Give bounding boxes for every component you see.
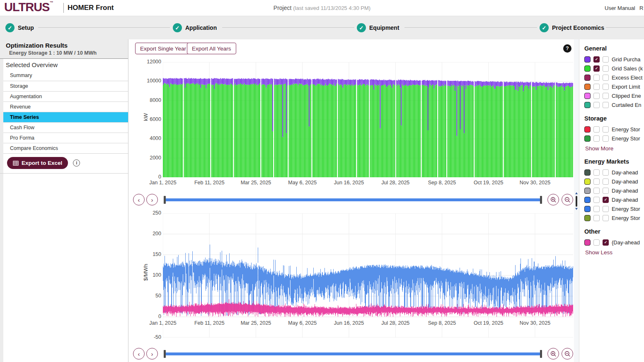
zoom-out-button[interactable] [562,194,573,205]
top-chart-checkbox[interactable] [593,239,600,246]
export-row: Export to Excel i [0,153,128,174]
legend-row: Day-ahead [584,177,644,186]
pan-left-button[interactable]: ‹ [133,194,145,205]
bottom-chart-checkbox[interactable] [603,215,609,221]
range-slider-track[interactable] [165,352,541,355]
y-axis-tick-label: 8000 [141,97,161,103]
bottom-chart-checkbox[interactable] [603,56,609,63]
x-axis-tick-label: Jul 28, 2025 [375,320,415,326]
legend-section-title: Other [584,228,644,235]
zoom-in-button[interactable] [547,348,559,360]
bottom-chart-checkbox[interactable] [603,206,609,212]
top-chart-checkbox[interactable] [593,215,600,221]
legend-row: Clipped Ene [584,91,644,100]
bottom-chart-checkbox[interactable] [603,65,609,72]
range-slider-right-handle[interactable] [540,350,542,358]
bottom-chart-checkbox[interactable] [603,84,609,90]
bottom-chart-checkbox[interactable] [603,126,609,133]
price-line-plot[interactable] [163,213,573,338]
step-equipment[interactable]: ✓ Equipment [357,23,399,32]
color-swatch [584,126,591,133]
sidebar-item-compare-economics[interactable]: Compare Economics [3,143,128,154]
sidebar-item-cash-flow[interactable]: Cash Flow [3,122,128,133]
zoom-in-button[interactable] [547,194,559,205]
sidebar-item-pro-forma[interactable]: Pro Forma [3,133,128,143]
top-chart-checkbox[interactable]: ✓ [593,65,600,72]
y-axis-tick-label: 12000 [141,59,161,65]
export-single-year-button[interactable]: Export Single Year [135,43,191,54]
bottom-chart-checkbox[interactable] [603,135,609,142]
legend-row: Day-ahead [584,186,644,195]
step-setup[interactable]: ✓ Setup [5,23,34,32]
bottom-chart-checkbox[interactable]: ✓ [603,239,609,246]
chevron-left-icon: ‹ [138,350,140,357]
bottom-chart-checkbox[interactable] [603,188,609,194]
export-to-excel-button[interactable]: Export to Excel [7,157,68,169]
y-axis-tick-label: 100 [141,272,161,278]
top-chart-checkbox[interactable] [593,93,600,99]
price-time-series-chart[interactable] [163,213,573,338]
user-manual-link[interactable]: User Manual [605,5,635,11]
app-header: ULTRUS™ HOMER Front Project (last saved … [0,0,644,16]
legend-row: Energy Stor [584,204,644,213]
power-time-series-chart[interactable] [163,62,573,177]
top-chart-checkbox[interactable] [593,135,600,142]
top-chart-checkbox[interactable] [593,102,600,108]
top-chart-checkbox[interactable] [593,75,600,81]
y-axis-tick-label: 250 [141,210,161,216]
top-chart-checkbox[interactable] [593,126,600,133]
range-slider-right-handle[interactable] [540,196,542,204]
step-project-economics[interactable]: ✓ Project Economics [540,23,604,32]
check-icon: ✓ [5,23,15,32]
range-slider-left-handle[interactable] [164,350,166,358]
sidebar-item-summary[interactable]: Summary [3,70,128,81]
pan-left-button[interactable]: ‹ [133,348,145,360]
sidebar-item-storage[interactable]: Storage [3,81,128,91]
ultrus-logo[interactable]: ULTRUS™ [4,0,53,14]
y-axis-tick-label: -50 [141,334,161,340]
color-swatch [584,206,591,212]
scrollbar-thumb[interactable] [576,196,577,207]
top-chart-checkbox[interactable] [593,197,600,203]
zoom-out-button[interactable] [562,348,573,360]
top-chart-checkbox[interactable] [593,84,600,90]
bottom-chart-checkbox[interactable] [603,93,609,99]
help-icon[interactable]: ? [563,44,571,53]
legend-label: Day-ahead [612,188,638,194]
legend-label: Clipped Ene [612,93,641,99]
pan-right-button[interactable]: › [146,348,158,360]
results-link-clipped[interactable]: R [639,5,643,11]
main-scrollbar[interactable] [574,39,579,362]
pan-right-button[interactable]: › [146,194,158,205]
y-axis-tick-label: 0 [141,314,161,319]
bottom-chart-checkbox[interactable] [603,102,609,108]
bottom-chart-checkbox[interactable] [603,75,609,81]
legend-label: Excess Elect [612,75,642,81]
sidebar-item-revenue[interactable]: Revenue [3,101,128,112]
sidebar-item-time-series[interactable]: Time Series [3,112,128,122]
legend-show-more-link[interactable]: Show More [585,145,613,152]
top-chart-checkbox[interactable] [593,179,600,185]
legend-section-title: Energy Markets [584,158,644,165]
top-chart-checkbox[interactable] [593,169,600,176]
export-all-years-button[interactable]: Export All Years [187,43,236,54]
bottom-chart-checkbox[interactable] [603,169,609,176]
stacked-bar-plot[interactable] [163,62,573,177]
y-axis-tick-label: 150 [141,251,161,257]
bottom-chart-checkbox[interactable]: ✓ [603,197,609,203]
sidebar-item-augmentation[interactable]: Augmentation [3,91,128,101]
legend-show-less-link[interactable]: Show Less [585,249,613,256]
scroll-down-arrow-icon[interactable] [575,208,578,210]
step-connector [222,27,354,28]
range-slider-left-handle[interactable] [164,196,166,204]
top-chart-checkbox[interactable] [593,206,600,212]
zoom-out-icon [564,350,571,357]
legend-label: Day-ahead [612,179,638,185]
step-application[interactable]: ✓ Application [173,23,217,32]
scroll-up-arrow-icon[interactable] [575,192,578,194]
range-slider-track[interactable] [165,198,541,201]
bottom-chart-checkbox[interactable] [603,179,609,185]
top-chart-checkbox[interactable] [593,188,600,194]
top-chart-checkbox[interactable]: ✓ [593,56,600,63]
info-icon[interactable]: i [73,159,80,167]
